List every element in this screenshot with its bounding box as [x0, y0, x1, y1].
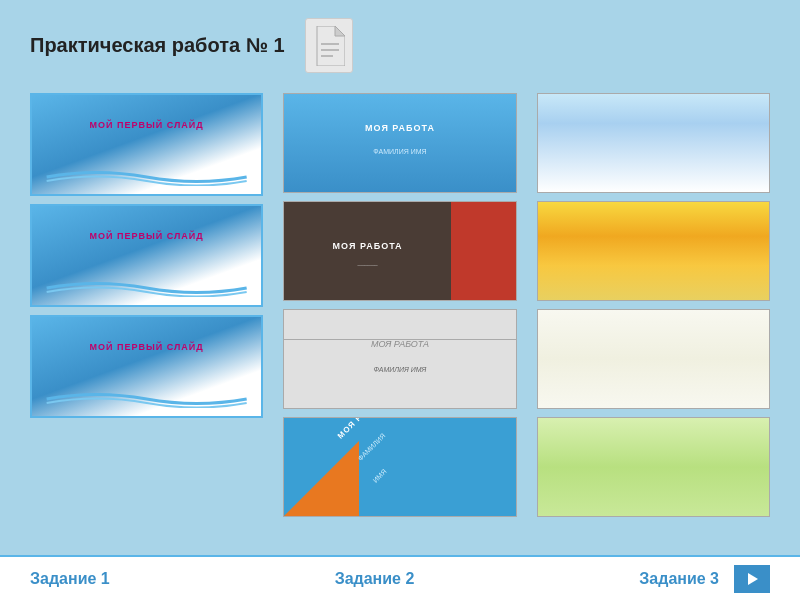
footer-label-2: Задание 2 [260, 570, 490, 588]
column-1: МОЙ ПЕРВЫЙ СЛАЙД МОЙ ПЕРВЫЙ СЛАЙД [30, 93, 263, 517]
slide-2-2-subtitle: ______ [358, 260, 378, 266]
main-container: Практическая работа № 1 МОЙ ПЕРВЫЙ СЛАЙД [0, 0, 800, 600]
slide-1-3-text: МОЙ ПЕРВЫЙ СЛАЙД [90, 342, 204, 352]
slide-1-1-text: МОЙ ПЕРВЫЙ СЛАЙД [90, 120, 204, 130]
document-icon [305, 18, 353, 73]
slide-2-3-title: МОЯ РАБОТА [371, 339, 429, 349]
slide-2-1-subtitle: ФАМИЛИЯ ИМЯ [373, 147, 426, 154]
slide-2-3-subtitle: ФАМИЛИЯ ИМЯ [374, 365, 427, 372]
page-title: Практическая работа № 1 [30, 34, 285, 57]
content-grid: МОЙ ПЕРВЫЙ СЛАЙД МОЙ ПЕРВЫЙ СЛАЙД [30, 93, 770, 517]
footer-label-3: Задание 3 [489, 570, 734, 588]
footer-label-1: Задание 1 [30, 570, 260, 588]
slide-2-2-title: МОЯ РАБОТА [333, 241, 403, 251]
slide-1-1[interactable]: МОЙ ПЕРВЫЙ СЛАЙД [30, 93, 263, 196]
slide-2-2[interactable]: МОЯ РАБОТА ______ [283, 201, 516, 301]
column-2: МОЯ РАБОТА ФАМИЛИЯ ИМЯ МОЯ РАБОТА ______… [283, 93, 516, 517]
svg-marker-3 [748, 573, 758, 585]
header: Практическая работа № 1 [30, 18, 770, 73]
footer-labels: Задание 1 Задание 2 Задание 3 [30, 570, 734, 588]
nav-next-button[interactable] [734, 565, 770, 593]
slide-1-2[interactable]: МОЙ ПЕРВЫЙ СЛАЙД [30, 204, 263, 307]
slide-3-1[interactable] [537, 93, 770, 193]
slide-2-4[interactable]: МОЯ РАБОТА ФАМИЛИЯ ИМЯ [283, 417, 516, 517]
slide-2-1-title: МОЯ РАБОТА [365, 123, 435, 133]
slide-3-3[interactable] [537, 309, 770, 409]
slide-2-1[interactable]: МОЯ РАБОТА ФАМИЛИЯ ИМЯ [283, 93, 516, 193]
slide-3-2[interactable] [537, 201, 770, 301]
slide-1-2-text: МОЙ ПЕРВЫЙ СЛАЙД [90, 231, 204, 241]
slide-2-3[interactable]: МОЯ РАБОТА ФАМИЛИЯ ИМЯ [283, 309, 516, 409]
column-3 [537, 93, 770, 517]
footer: Задание 1 Задание 2 Задание 3 [0, 555, 800, 600]
slide-2-4-subtitle: ФАМИЛИЯ [357, 432, 387, 462]
slide-3-4[interactable] [537, 417, 770, 517]
slide-2-4-name: ИМЯ [372, 468, 388, 484]
slide-1-3[interactable]: МОЙ ПЕРВЫЙ СЛАЙД [30, 315, 263, 418]
